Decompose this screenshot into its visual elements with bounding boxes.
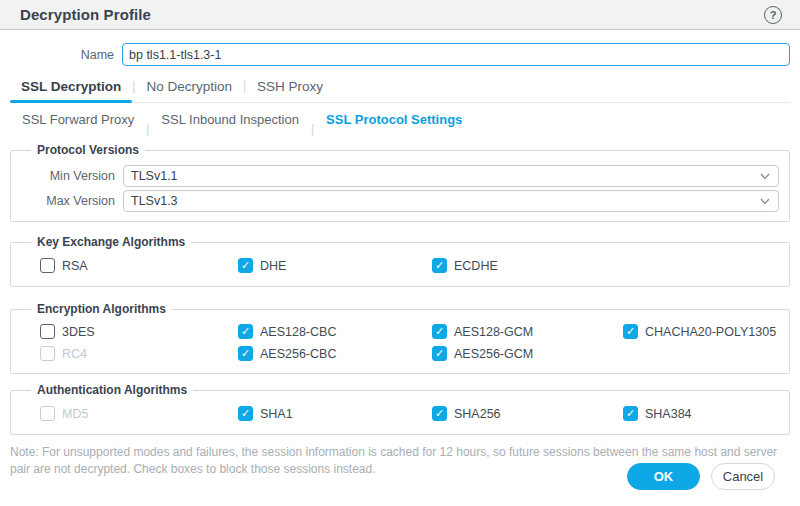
check-icon: ✓ (238, 406, 253, 421)
checkbox-label: AES128-GCM (447, 325, 533, 339)
checkbox-md5: ✓ MD5 (40, 406, 238, 421)
subtab-ssl-protocol-settings[interactable]: SSL Protocol Settings (314, 112, 474, 127)
checkbox-sha256[interactable]: ✓ SHA256 (432, 406, 623, 421)
check-icon: ✓ (238, 258, 253, 273)
min-version-row: Min Version TLSv1.1 (19, 165, 781, 187)
protocol-versions-legend: Protocol Versions (31, 143, 145, 157)
checkbox-aes128-gcm[interactable]: ✓ AES128-GCM (432, 324, 623, 339)
encryption-grid: ✓ 3DES ✓ AES128-CBC ✓ AES128-GCM ✓ CHACH… (19, 324, 781, 361)
checkbox-box: ✓ (40, 406, 55, 421)
checkbox-label: SHA256 (447, 407, 501, 421)
subtab-ssl-inbound-inspection[interactable]: SSL Inbound Inspection (149, 112, 311, 127)
dialog-header: Decryption Profile ? (0, 0, 800, 30)
max-version-value: TLSv1.3 (131, 194, 178, 208)
checkbox-box: ✓ (40, 258, 55, 273)
check-icon: ✓ (238, 346, 253, 361)
checkbox-label: ECDHE (447, 259, 498, 273)
checkbox-aes256-cbc[interactable]: ✓ AES256-CBC (238, 346, 432, 361)
tab-no-decryption[interactable]: No Decryption (135, 79, 243, 102)
key-exchange-grid: ✓ RSA ✓ DHE ✓ ECDHE (19, 258, 781, 273)
ok-button[interactable]: OK (627, 463, 700, 490)
authentication-section: Authentication Algorithms ✓ MD5 ✓ SHA1 ✓… (10, 383, 790, 435)
checkbox-label: RSA (55, 259, 88, 273)
main-tabstrip: SSL Decryption | No Decryption | SSH Pro… (10, 77, 790, 103)
max-version-label: Max Version (19, 194, 123, 208)
dialog-footer: OK Cancel (627, 463, 775, 490)
checkbox-label: CHACHA20-POLY1305 (638, 325, 776, 339)
checkbox-label: AES128-CBC (253, 325, 336, 339)
encryption-section: Encryption Algorithms ✓ 3DES ✓ AES128-CB… (10, 302, 790, 374)
checkbox-label: RC4 (55, 347, 87, 361)
check-icon: ✓ (623, 324, 638, 339)
min-version-label: Min Version (19, 169, 123, 183)
check-icon: ✓ (238, 324, 253, 339)
check-icon: ✓ (432, 406, 447, 421)
checkbox-box: ✓ (40, 324, 55, 339)
checkbox-label: SHA384 (638, 407, 692, 421)
max-version-row: Max Version TLSv1.3 (19, 190, 781, 212)
check-icon: ✓ (432, 324, 447, 339)
name-row: Name (10, 43, 790, 66)
ssl-decryption-subtabstrip: SSL Forward Proxy | SSL Inbound Inspecti… (10, 103, 790, 136)
help-icon[interactable]: ? (764, 6, 782, 24)
chevron-down-icon (759, 170, 771, 182)
max-version-select[interactable]: TLSv1.3 (123, 190, 779, 212)
key-exchange-section: Key Exchange Algorithms ✓ RSA ✓ DHE ✓ EC… (10, 235, 790, 287)
chevron-down-icon (759, 195, 771, 207)
min-version-value: TLSv1.1 (131, 169, 178, 183)
checkbox-rsa[interactable]: ✓ RSA (40, 258, 238, 273)
tab-ssl-decryption[interactable]: SSL Decryption (10, 79, 132, 102)
check-icon: ✓ (623, 406, 638, 421)
checkbox-rc4: ✓ RC4 (40, 346, 238, 361)
check-icon: ✓ (432, 346, 447, 361)
checkbox-aes256-gcm[interactable]: ✓ AES256-GCM (432, 346, 623, 361)
checkbox-label: DHE (253, 259, 286, 273)
subtab-ssl-forward-proxy[interactable]: SSL Forward Proxy (10, 112, 146, 127)
checkbox-box: ✓ (40, 346, 55, 361)
checkbox-label: SHA1 (253, 407, 293, 421)
key-exchange-legend: Key Exchange Algorithms (31, 235, 191, 249)
min-version-select[interactable]: TLSv1.1 (123, 165, 779, 187)
authentication-grid: ✓ MD5 ✓ SHA1 ✓ SHA256 ✓ SHA384 (19, 406, 781, 421)
checkbox-label: AES256-GCM (447, 347, 533, 361)
check-icon: ✓ (432, 258, 447, 273)
checkbox-label: MD5 (55, 407, 88, 421)
dialog-title: Decryption Profile (20, 6, 151, 23)
checkbox-ecdhe[interactable]: ✓ ECDHE (432, 258, 623, 273)
checkbox-dhe[interactable]: ✓ DHE (238, 258, 432, 273)
protocol-versions-section: Protocol Versions Min Version TLSv1.1 Ma… (10, 143, 790, 222)
checkbox-3des[interactable]: ✓ 3DES (40, 324, 238, 339)
checkbox-sha1[interactable]: ✓ SHA1 (238, 406, 432, 421)
name-input[interactable] (122, 43, 790, 66)
checkbox-chacha20-poly1305[interactable]: ✓ CHACHA20-POLY1305 (623, 324, 781, 339)
checkbox-label: AES256-CBC (253, 347, 336, 361)
checkbox-sha384[interactable]: ✓ SHA384 (623, 406, 781, 421)
encryption-legend: Encryption Algorithms (31, 302, 172, 316)
tab-ssh-proxy[interactable]: SSH Proxy (246, 79, 334, 102)
authentication-legend: Authentication Algorithms (31, 383, 193, 397)
cancel-button[interactable]: Cancel (711, 463, 775, 490)
name-label: Name (10, 48, 122, 62)
checkbox-label: 3DES (55, 325, 95, 339)
checkbox-aes128-cbc[interactable]: ✓ AES128-CBC (238, 324, 432, 339)
decryption-profile-dialog: Decryption Profile ? Name SSL Decryption… (0, 0, 800, 506)
